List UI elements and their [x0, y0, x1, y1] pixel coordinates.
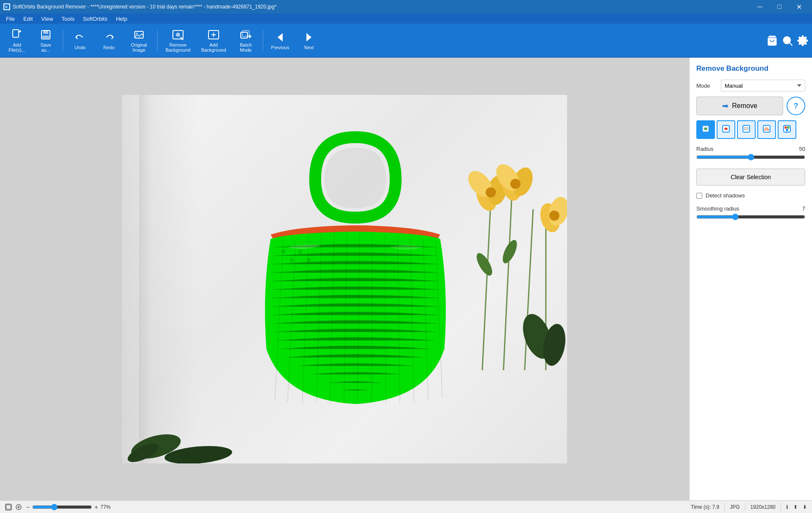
smoothing-label: Smoothing radius [696, 205, 792, 212]
info-icon[interactable]: ℹ [786, 504, 788, 510]
remove-brush-icon [721, 124, 731, 136]
file-dimensions: 1920x1280 [751, 504, 776, 510]
menu-tools[interactable]: Tools [57, 15, 78, 23]
remove-background-button[interactable]: Remove Background [161, 26, 195, 55]
svg-marker-19 [306, 33, 311, 42]
menu-softorbits[interactable]: SoftOrbits [79, 15, 112, 23]
save-icon [40, 29, 52, 41]
toolbar-sep-3 [263, 30, 263, 51]
menu-view[interactable]: View [37, 15, 57, 23]
radius-slider[interactable] [696, 154, 805, 161]
detect-shadows-row: Detect shadows [696, 192, 805, 199]
zoom-fit-icon[interactable] [5, 504, 12, 510]
previous-button[interactable]: Previous [267, 26, 294, 55]
close-button[interactable]: ✕ [789, 0, 809, 14]
undo-icon [74, 31, 86, 43]
remove-btn-label: Remove [732, 102, 757, 110]
add-file-button[interactable]: Add File(s)... [3, 26, 31, 55]
mode-label: Mode [696, 83, 717, 89]
svg-point-37 [549, 211, 559, 221]
save-as-button[interactable]: Save as... [32, 26, 59, 55]
remove-arrow-icon: ➡ [722, 101, 729, 111]
menubar: File Edit View Tools SoftOrbits Help [0, 14, 812, 24]
radius-slider-row: Radius 50 [696, 146, 805, 152]
svg-rect-17 [242, 31, 249, 36]
svg-marker-18 [278, 33, 283, 42]
titlebar-left: S SoftOrbits Background Remover - ****Un… [3, 3, 276, 10]
menu-file[interactable]: File [2, 15, 19, 23]
zoom-value: 77% [100, 504, 116, 510]
tool-buttons-row [696, 120, 805, 139]
titlebar-title: SoftOrbits Background Remover - ****Unre… [13, 4, 276, 10]
statusbar-divider-3 [781, 503, 781, 511]
erase-keep-icon [742, 124, 751, 136]
remove-brush-button[interactable] [717, 120, 735, 139]
batch-mode-button[interactable]: Batch Mode [232, 26, 259, 55]
maximize-button[interactable]: □ [770, 0, 789, 14]
svg-rect-2 [13, 30, 19, 37]
bag-svg [220, 128, 491, 416]
undo-button[interactable]: Undo [67, 26, 94, 55]
download-icon[interactable]: ⬇ [803, 504, 807, 510]
settings-icon[interactable] [797, 35, 809, 47]
redo-button[interactable]: Redo [95, 26, 122, 55]
remove-button[interactable]: ➡ Remove [696, 97, 783, 115]
statusbar-left: − + 77% [5, 503, 116, 511]
add-file-icon [11, 29, 23, 41]
svg-point-57 [298, 249, 303, 253]
next-button[interactable]: Next [295, 26, 323, 55]
svg-line-22 [790, 43, 792, 45]
keep-brush-button[interactable] [696, 120, 715, 139]
time-label: Time (s): [691, 504, 711, 510]
zoom-in-button[interactable]: + [94, 503, 99, 511]
image-canvas [122, 95, 567, 463]
zoom-original-icon[interactable] [15, 504, 22, 510]
search-icon[interactable] [781, 35, 793, 47]
original-image-button[interactable]: Original Image [124, 26, 154, 55]
keep-brush-icon [701, 124, 710, 136]
mode-select[interactable]: Manual Auto Portrait Product [721, 80, 805, 92]
add-background-button[interactable]: Add Background [197, 26, 231, 55]
right-panel: Remove Background Mode Manual Auto Portr… [689, 58, 812, 500]
zoom-control: − + 77% [25, 503, 116, 511]
zoom-out-button[interactable]: − [25, 503, 31, 511]
toolbar-sep-2 [157, 30, 158, 51]
toolbar: Add File(s)... Save as... Undo Redo [0, 24, 812, 58]
color-select-button[interactable] [778, 120, 796, 139]
detect-shadows-label[interactable]: Detect shadows [706, 192, 745, 199]
svg-point-69 [784, 126, 787, 129]
svg-point-34 [510, 179, 520, 189]
svg-point-70 [787, 126, 790, 129]
svg-point-58 [307, 258, 311, 262]
smoothing-slider-row: Smoothing radius 7 [696, 205, 805, 212]
statusbar-right: Time (s): 7.9 JPG 1920x1280 ℹ ⬆ ⬇ [691, 503, 807, 511]
toolbar-right-icons [766, 35, 809, 47]
svg-text:S: S [5, 5, 8, 9]
share-icon[interactable]: ⬆ [793, 504, 798, 510]
smoothing-slider-container [696, 214, 805, 222]
svg-point-55 [281, 249, 286, 253]
radius-slider-container [696, 154, 805, 162]
detect-shadows-checkbox[interactable] [696, 193, 702, 199]
menu-edit[interactable]: Edit [19, 15, 37, 23]
clear-selection-button[interactable]: Clear Selection [696, 169, 805, 186]
erase-keep-button[interactable] [737, 120, 756, 139]
smoothing-value: 7 [795, 205, 805, 212]
help-button[interactable]: ? [787, 97, 805, 115]
add-background-icon [208, 29, 220, 41]
remove-btn-row: ➡ Remove ? [696, 97, 805, 115]
svg-point-21 [784, 36, 790, 43]
smoothing-slider[interactable] [696, 214, 805, 220]
color-select-icon [782, 124, 792, 136]
svg-rect-66 [763, 125, 770, 132]
leaves-bottom-left [122, 379, 249, 463]
menu-help[interactable]: Help [111, 15, 131, 23]
cart-icon[interactable] [766, 35, 778, 47]
time-value: 7.9 [712, 504, 720, 510]
minimize-button[interactable]: ─ [750, 0, 770, 14]
erase-remove-icon [762, 124, 771, 136]
erase-remove-button[interactable] [757, 120, 776, 139]
svg-rect-6 [43, 31, 48, 34]
zoom-slider[interactable] [32, 504, 92, 510]
titlebar-controls: ─ □ ✕ [750, 0, 809, 14]
